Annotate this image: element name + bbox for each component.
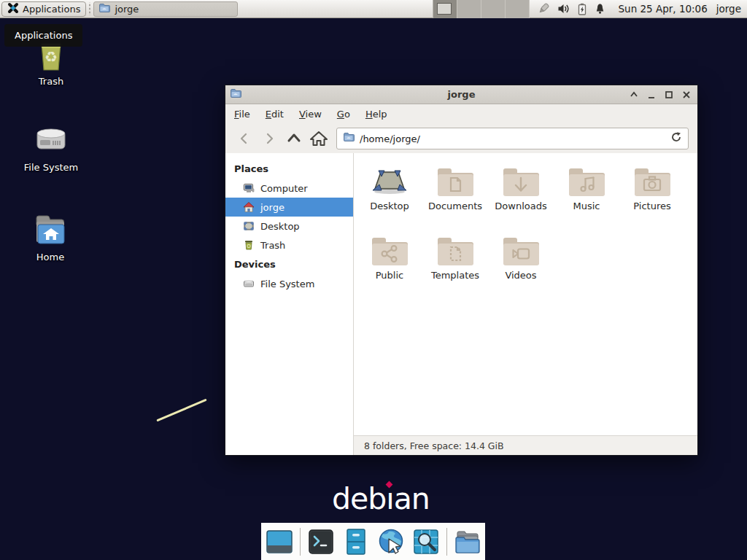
reload-icon[interactable] [670, 131, 682, 146]
folder-item-label: Videos [489, 270, 553, 281]
sidebar-item-desktop[interactable]: Desktop [225, 217, 353, 236]
desktop-surface-icon [371, 165, 409, 198]
videos-folder-icon [502, 234, 540, 268]
folder-item-public[interactable]: Public [357, 234, 422, 281]
trash-icon [243, 239, 255, 251]
folder-item-documents[interactable]: Documents [423, 165, 487, 211]
terminal-icon[interactable] [306, 527, 336, 556]
sidebar-item-label: Desktop [260, 221, 300, 232]
stylus-tool-icon[interactable] [537, 2, 550, 15]
window-title: jorge [225, 89, 697, 100]
logo-text: an [394, 481, 430, 516]
desktop-icon [243, 220, 255, 232]
workspace-3[interactable] [481, 0, 506, 18]
workspace-2[interactable] [457, 0, 481, 18]
templates-folder-icon [436, 234, 474, 268]
toolbar: /home/jorge/ [225, 124, 697, 153]
desktop-icon-label: Home [10, 252, 90, 262]
debian-logo: debıan [332, 481, 430, 516]
home-button[interactable] [309, 128, 329, 149]
top-panel: Applications jorge [0, 0, 747, 18]
shade-button[interactable] [628, 90, 639, 101]
folder-view[interactable]: Desktop Documents [355, 153, 697, 435]
sidebar-item-trash[interactable]: Trash [225, 236, 353, 254]
hard-drive-icon [32, 121, 70, 159]
maximize-button[interactable] [663, 90, 674, 101]
sidebar-item-jorge[interactable]: jorge [225, 198, 353, 217]
sidebar-item-computer[interactable]: Computer [225, 179, 353, 198]
computer-icon [243, 182, 255, 194]
folder-item-downloads[interactable]: Downloads [489, 165, 553, 211]
close-button[interactable] [681, 90, 692, 101]
status-text: 8 folders, Free space: 14.4 GiB [364, 440, 504, 451]
menu-file[interactable]: File [234, 109, 250, 120]
battery-icon[interactable] [577, 3, 587, 15]
menu-edit[interactable]: Edit [266, 109, 284, 120]
menu-help[interactable]: Help [365, 109, 387, 120]
stray-line-artifact [156, 399, 206, 422]
sidebar-item-label: File System [260, 279, 314, 289]
places-header: Places [225, 159, 353, 179]
web-browser-icon[interactable] [376, 527, 406, 556]
sidebar-item-label: jorge [260, 202, 285, 213]
applications-menu-button[interactable]: Applications [1, 1, 86, 17]
file-manager-window: jorge File Edit View Go Help [225, 85, 698, 456]
desktop-icon-label: File System [11, 162, 91, 173]
devices-header: Devices [225, 254, 353, 274]
statusbar: 8 folders, Free space: 14.4 GiB [354, 435, 697, 455]
downloads-folder-icon [502, 165, 540, 198]
system-tray [530, 2, 613, 15]
volume-icon[interactable] [557, 3, 570, 15]
desktop: Applications jorge [0, 0, 747, 560]
folder-item-label: Pictures [620, 201, 684, 211]
desktop-icon-file-system[interactable]: File System [11, 121, 91, 173]
menu-view[interactable]: View [299, 109, 322, 120]
titlebar[interactable]: jorge [225, 85, 697, 104]
panel-username[interactable]: jorge [713, 3, 747, 15]
forward-button[interactable] [259, 128, 279, 149]
folder-item-label: Public [357, 270, 422, 281]
minimize-button[interactable] [646, 90, 657, 101]
desktop-icon-home[interactable]: Home [10, 211, 90, 262]
workspace-switcher [433, 0, 530, 18]
sidebar: Places Computer [225, 153, 354, 455]
back-button[interactable] [234, 128, 255, 149]
applications-menu-label: Applications [23, 4, 80, 15]
notification-bell-icon[interactable] [595, 3, 605, 15]
menu-go[interactable]: Go [337, 109, 350, 120]
home-icon [243, 201, 255, 213]
folder-item-label: Music [554, 201, 619, 211]
music-folder-icon [568, 165, 605, 198]
documents-folder-icon [436, 165, 474, 198]
file-manager-icon[interactable] [453, 527, 482, 556]
workspace-1[interactable] [433, 0, 457, 18]
path-input[interactable]: /home/jorge/ [360, 133, 665, 144]
path-bar[interactable]: /home/jorge/ [336, 128, 689, 149]
path-folder-icon [343, 131, 355, 146]
dock-separator [446, 528, 447, 556]
menubar: File Edit View Go Help [225, 104, 697, 124]
folder-item-label: Downloads [489, 201, 553, 211]
app-finder-icon[interactable] [411, 527, 441, 556]
sidebar-item-file-system[interactable]: File System [225, 274, 353, 293]
folder-item-music[interactable]: Music [554, 165, 619, 211]
file-cabinet-icon[interactable] [341, 527, 371, 556]
show-desktop-icon[interactable] [265, 527, 294, 556]
window-body: Places Computer [225, 153, 697, 455]
folder-item-pictures[interactable]: Pictures [620, 165, 684, 211]
folder-item-label: Documents [423, 201, 487, 211]
panel-handle [88, 2, 92, 15]
pictures-folder-icon [633, 165, 671, 198]
folder-item-videos[interactable]: Videos [489, 234, 553, 281]
folder-item-desktop[interactable]: Desktop [357, 165, 422, 211]
folder-item-templates[interactable]: Templates [423, 234, 487, 281]
logo-text: deb [332, 481, 386, 516]
workspace-4[interactable] [506, 0, 530, 18]
up-button[interactable] [284, 128, 304, 149]
dock-separator [300, 528, 301, 556]
xorg-logo-icon [7, 2, 19, 16]
drive-icon [243, 278, 255, 289]
dock [261, 523, 485, 560]
panel-clock[interactable]: Sun 25 Apr, 10:06 [613, 3, 713, 15]
taskbar-window-button[interactable]: jorge [93, 1, 238, 17]
